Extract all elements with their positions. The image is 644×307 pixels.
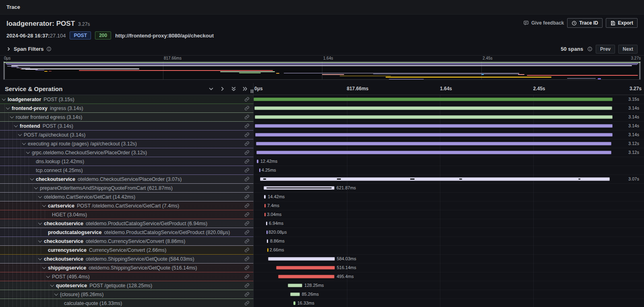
span-row[interactable]: productcatalogserviceoteldemo.ProductCat… [0, 228, 644, 237]
span-link-icon[interactable] [244, 239, 250, 244]
span-bar[interactable] [254, 106, 612, 110]
span-link-icon[interactable] [244, 283, 250, 288]
next-span-button[interactable]: Next [618, 45, 638, 54]
expand-caret[interactable] [38, 256, 42, 260]
minimap-right-handle[interactable] [639, 62, 640, 79]
span-link-icon[interactable] [244, 106, 250, 111]
span-filters-label[interactable]: Span Filters [14, 46, 43, 52]
span-row-label[interactable]: prepareOrderItemsAndShippingQuoteFromCar… [0, 184, 254, 193]
span-row-label[interactable]: checkoutserviceoteldemo.ShippingService/… [0, 255, 254, 263]
span-row-label[interactable]: checkoutserviceoteldemo.ProductCatalogSe… [0, 219, 254, 228]
span-bar[interactable] [255, 115, 613, 119]
span-row[interactable]: {closure} (85.26ms)85.26ms [0, 290, 644, 299]
span-row-label[interactable]: executing api route (pages) /api/checkou… [0, 139, 254, 148]
span-row-label[interactable]: quoteservicePOST /getquote (128.25ms) [0, 281, 254, 290]
span-row[interactable]: frontendPOST (3.14s)3.14s [0, 122, 644, 131]
span-row[interactable]: executing api route (pages) /api/checkou… [0, 139, 644, 148]
span-row-label[interactable]: dns.lookup (12.42ms) [0, 157, 254, 166]
span-link-icon[interactable] [244, 247, 250, 253]
expand-caret[interactable] [38, 221, 42, 225]
span-row[interactable]: checkoutserviceoteldemo.CheckoutService/… [0, 175, 644, 184]
span-bar[interactable] [256, 151, 612, 154]
span-bar[interactable] [266, 222, 267, 225]
expand-caret[interactable] [38, 239, 42, 243]
span-link-icon[interactable] [244, 221, 250, 226]
span-link-icon[interactable] [244, 185, 250, 191]
expand-caret[interactable] [54, 292, 58, 296]
span-bar[interactable] [255, 133, 613, 137]
expand-caret[interactable] [6, 106, 10, 110]
span-row[interactable]: loadgeneratorPOST (3.15s)3.15s [0, 95, 644, 104]
span-link-icon[interactable] [244, 194, 250, 199]
span-bar[interactable] [255, 124, 613, 128]
span-row-label[interactable]: cartservicePOST /oteldemo.CartService/Ge… [0, 201, 254, 210]
span-row[interactable]: tcp.connect (4.25ms)4.25ms [0, 166, 644, 175]
span-row-label[interactable]: currencyserviceCurrencyService/Convert (… [0, 246, 254, 255]
span-row-label[interactable]: frontend-proxyingress (3.14s) [0, 104, 254, 113]
span-row[interactable]: checkoutserviceoteldemo.ProductCatalogSe… [0, 219, 644, 228]
span-bar[interactable] [278, 275, 334, 278]
span-link-icon[interactable] [244, 212, 250, 217]
span-row[interactable]: frontend-proxyingress (3.14s)3.14s [0, 104, 644, 113]
span-link-icon[interactable] [244, 123, 250, 129]
span-link-icon[interactable] [244, 265, 250, 270]
minimap-canvas[interactable] [3, 61, 641, 80]
span-bar[interactable] [260, 177, 610, 181]
span-row-label[interactable]: calculate-quote (16.33ms) [0, 299, 254, 307]
span-bar[interactable] [256, 142, 612, 145]
expand-caret[interactable] [46, 274, 50, 278]
expand-caret[interactable] [34, 185, 38, 189]
span-row-label[interactable]: POST (495.4ms) [0, 272, 254, 281]
span-link-icon[interactable] [244, 141, 250, 146]
span-bar[interactable] [254, 97, 613, 101]
span-row[interactable]: POST (495.4ms)495.4ms [0, 272, 644, 281]
span-row[interactable]: checkoutserviceoteldemo.CurrencyService/… [0, 237, 644, 246]
expand-caret[interactable] [50, 283, 54, 287]
collapse-one-icon[interactable] [208, 86, 214, 91]
chevron-right-icon[interactable] [6, 47, 11, 51]
span-row-label[interactable]: shippingserviceoteldemo.ShippingService/… [0, 263, 254, 272]
expand-caret[interactable] [10, 114, 14, 118]
prev-span-button[interactable]: Prev [596, 45, 615, 54]
expand-caret[interactable] [2, 97, 6, 101]
expand-one-icon[interactable] [220, 86, 225, 91]
span-link-icon[interactable] [244, 168, 250, 173]
span-row-label[interactable]: grpc.oteldemo.CheckoutService/PlaceOrder… [0, 148, 254, 157]
span-bar[interactable] [257, 160, 258, 163]
column-resize-handle[interactable] [251, 89, 253, 93]
expand-caret[interactable] [30, 176, 34, 180]
span-bar[interactable] [259, 168, 260, 172]
span-row-label[interactable]: oteldemo.CartService/GetCart (14.42ms) [0, 193, 254, 201]
expand-caret[interactable] [42, 203, 46, 207]
expand-caret[interactable] [22, 141, 26, 145]
span-bar[interactable] [267, 239, 268, 243]
span-bar[interactable] [264, 204, 266, 207]
span-row[interactable]: POST /api/checkout (3.14s)3.14s [0, 131, 644, 139]
span-bar[interactable] [288, 284, 302, 287]
span-link-icon[interactable] [244, 274, 250, 279]
span-link-icon[interactable] [244, 176, 250, 182]
span-row-label[interactable]: checkoutserviceoteldemo.CheckoutService/… [0, 175, 254, 184]
span-link-icon[interactable] [244, 292, 250, 297]
span-row-label[interactable]: productcatalogserviceoteldemo.ProductCat… [0, 228, 254, 237]
span-link-icon[interactable] [244, 203, 250, 208]
span-row[interactable]: router frontend egress (3.14s)3.14s [0, 113, 644, 122]
span-link-icon[interactable] [244, 230, 250, 235]
span-bar[interactable] [290, 292, 300, 296]
collapse-all-icon[interactable] [231, 86, 236, 91]
expand-caret[interactable] [38, 194, 42, 198]
span-row[interactable]: HGET (3.04ms)3.04ms [0, 210, 644, 219]
span-row-label[interactable]: HGET (3.04ms) [0, 210, 254, 219]
span-row[interactable]: calculate-quote (16.33ms)16.33ms [0, 299, 644, 307]
expand-caret[interactable] [14, 123, 18, 127]
span-bar[interactable] [264, 186, 334, 190]
span-bar[interactable] [267, 248, 268, 252]
span-row-label[interactable]: loadgeneratorPOST (3.15s) [0, 95, 254, 104]
span-row[interactable]: checkoutserviceoteldemo.ShippingService/… [0, 255, 644, 263]
span-row[interactable]: cartservicePOST /oteldemo.CartService/Ge… [0, 201, 644, 210]
span-bar[interactable] [266, 230, 268, 234]
expand-caret[interactable] [26, 150, 30, 154]
minimap-left-handle[interactable] [4, 62, 5, 79]
span-row-label[interactable]: checkoutserviceoteldemo.CurrencyService/… [0, 237, 254, 246]
span-link-icon[interactable] [244, 114, 250, 120]
